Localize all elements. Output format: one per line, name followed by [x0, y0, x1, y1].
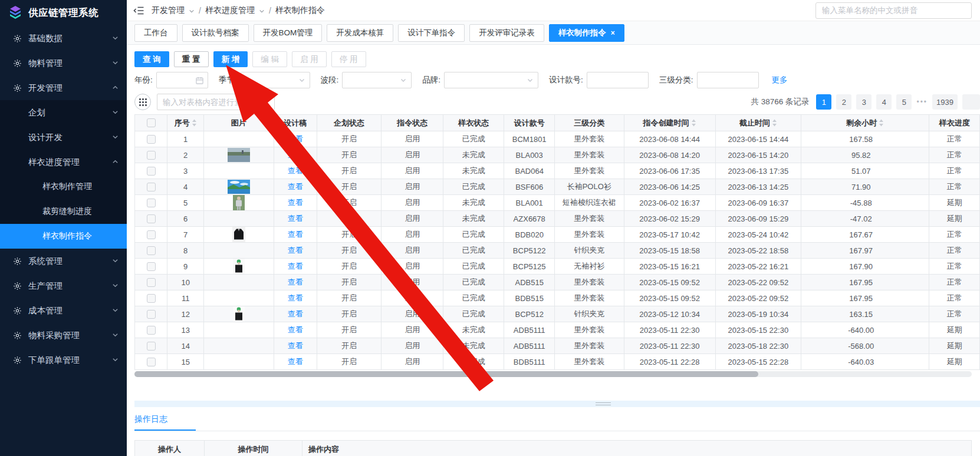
row-checkbox[interactable] — [147, 342, 156, 351]
view-design-link[interactable]: 查看 — [288, 150, 303, 159]
breadcrumb-item[interactable]: 开发管理 — [152, 5, 185, 16]
category-cell: 里外套装 — [554, 290, 624, 306]
row-checkbox[interactable] — [147, 214, 156, 223]
page-button-1[interactable]: 1 — [816, 94, 831, 110]
sidebar-item-5[interactable]: 设计开发 — [0, 125, 127, 150]
sidebar-item-14[interactable]: 下单跟单管理 — [0, 348, 127, 372]
row-select-cell — [135, 290, 167, 306]
sidebar-item-7[interactable]: 样衣制作管理 — [0, 174, 127, 199]
view-design-link[interactable]: 查看 — [288, 341, 303, 350]
breadcrumb-separator: / — [269, 6, 271, 15]
view-design-link[interactable]: 查看 — [288, 277, 303, 286]
reset-button[interactable]: 重 置 — [174, 51, 209, 67]
row-checkbox[interactable] — [147, 135, 156, 144]
design-no-cell: BDB515 — [504, 290, 555, 306]
sidebar-item-1[interactable]: 基础数据 — [0, 26, 127, 51]
row-checkbox[interactable] — [147, 358, 156, 366]
breadcrumb-item[interactable]: 样衣制作指令 — [275, 5, 325, 16]
select-all-checkbox[interactable] — [147, 118, 156, 127]
table-row: 12查看开启启用已完成BCP512针织夹克2023-05-12 10:34202… — [135, 306, 980, 322]
view-design-link[interactable]: 查看 — [288, 262, 303, 270]
tab-operation-log[interactable]: 操作日志 — [134, 414, 196, 431]
sidebar-item-10[interactable]: 系统管理 — [0, 249, 127, 273]
breadcrumb-item[interactable]: 样衣进度管理 — [205, 5, 255, 16]
deadline-cell: 2023-05-15 22:28 — [715, 354, 801, 370]
column-header[interactable]: 序号 — [167, 115, 204, 131]
row-checkbox[interactable] — [147, 278, 156, 287]
row-checkbox[interactable] — [147, 294, 156, 303]
category-input[interactable] — [697, 72, 759, 88]
sample-progress-cell: 延期 — [929, 354, 980, 370]
tab-3[interactable]: 开发BOM管理 — [254, 24, 323, 42]
brand-select[interactable] — [444, 72, 538, 88]
created-time-cell: 2023-06-08 14:20 — [624, 147, 715, 163]
splitter-handle-icon[interactable] — [596, 402, 611, 405]
view-design-link[interactable]: 查看 — [288, 214, 303, 223]
view-design-link[interactable]: 查看 — [288, 134, 303, 143]
row-image-cell — [203, 195, 274, 211]
page-button-3[interactable]: 3 — [856, 94, 872, 110]
sidebar-item-11[interactable]: 生产管理 — [0, 273, 127, 298]
row-checkbox[interactable] — [147, 310, 156, 319]
season-select[interactable] — [241, 72, 310, 88]
view-design-link[interactable]: 查看 — [288, 198, 303, 207]
sidebar-item-13[interactable]: 物料采购管理 — [0, 323, 127, 348]
search-button[interactable]: 查 询 — [134, 51, 169, 67]
row-number-cell: 1 — [167, 131, 204, 147]
sidebar-item-8[interactable]: 裁剪缝制进度 — [0, 199, 127, 224]
view-design-link[interactable]: 查看 — [288, 246, 303, 255]
horizontal-scrollbar-thumb[interactable] — [134, 371, 758, 377]
page-button-4[interactable]: 4 — [876, 94, 892, 110]
sidebar-item-12[interactable]: 成本管理 — [0, 298, 127, 323]
row-image-cell — [203, 306, 274, 322]
column-header: 样衣状态 — [443, 115, 504, 131]
sidebar-item-2[interactable]: 物料管理 — [0, 51, 127, 75]
column-header[interactable]: 指令创建时间 — [624, 115, 715, 131]
view-design-link[interactable]: 查看 — [288, 166, 303, 175]
row-checkbox[interactable] — [147, 326, 156, 335]
view-design-link[interactable]: 查看 — [288, 230, 303, 239]
column-header[interactable]: 剩余小时 — [801, 115, 929, 131]
row-checkbox[interactable] — [147, 199, 156, 207]
tab-6[interactable]: 开发评审记录表 — [469, 24, 544, 42]
row-checkbox[interactable] — [147, 230, 156, 239]
view-design-link[interactable]: 查看 — [288, 182, 303, 191]
year-date-input[interactable] — [156, 72, 208, 88]
wave-select[interactable] — [342, 72, 412, 88]
select-all-header[interactable] — [135, 115, 167, 131]
page-button-2[interactable]: 2 — [836, 94, 851, 110]
tab-1[interactable]: 工作台 — [134, 24, 177, 42]
sidebar-item-9[interactable]: 样衣制作指令 — [0, 224, 127, 249]
view-design-link[interactable]: 查看 — [288, 357, 303, 366]
add-button[interactable]: 新 增 — [213, 51, 248, 67]
page-next-button[interactable] — [962, 94, 980, 110]
row-checkbox[interactable] — [147, 151, 156, 160]
sidebar-item-6[interactable]: 样衣进度管理 — [0, 150, 127, 174]
row-checkbox[interactable] — [147, 246, 156, 255]
row-checkbox[interactable] — [147, 167, 156, 176]
design-no-input[interactable] — [587, 72, 649, 88]
plan-status-cell: 开启 — [317, 306, 382, 322]
tab-2[interactable]: 设计款号档案 — [182, 24, 249, 42]
sidebar-item-4[interactable]: 企划 — [0, 100, 127, 125]
sidebar-collapse-icon[interactable] — [133, 6, 144, 15]
column-settings-button[interactable] — [134, 94, 151, 110]
page-button-1939[interactable]: 1939 — [932, 94, 958, 110]
table-search-input[interactable] — [157, 94, 275, 110]
sidebar-item-3[interactable]: 开发管理 — [0, 75, 127, 100]
page-button-5[interactable]: 5 — [896, 94, 912, 110]
design-no-cell: ADB5111 — [504, 322, 555, 338]
tab-5[interactable]: 设计下单指令 — [398, 24, 465, 42]
menu-search-input[interactable] — [815, 2, 972, 19]
view-design-link[interactable]: 查看 — [288, 325, 303, 334]
column-header[interactable]: 截止时间 — [715, 115, 801, 131]
tab-7[interactable]: 样衣制作指令× — [549, 24, 624, 42]
column-label: 样衣状态 — [458, 118, 489, 128]
row-checkbox[interactable] — [147, 262, 156, 271]
tab-4[interactable]: 开发成本核算 — [327, 24, 393, 42]
close-icon[interactable]: × — [611, 29, 615, 37]
more-filters-link[interactable]: 更多 — [772, 75, 788, 85]
view-design-link[interactable]: 查看 — [288, 293, 303, 302]
view-design-link[interactable]: 查看 — [288, 309, 303, 318]
row-checkbox[interactable] — [147, 183, 156, 191]
